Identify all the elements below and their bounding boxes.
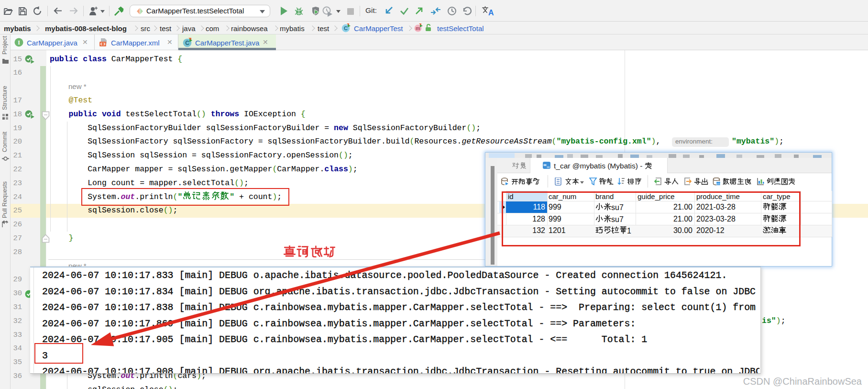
svg-text:C: C [185, 40, 189, 46]
svg-text:C: C [344, 25, 348, 31]
svg-text:101: 101 [716, 182, 721, 185]
svg-text:I: I [18, 39, 20, 46]
svg-text:m: m [416, 25, 420, 31]
